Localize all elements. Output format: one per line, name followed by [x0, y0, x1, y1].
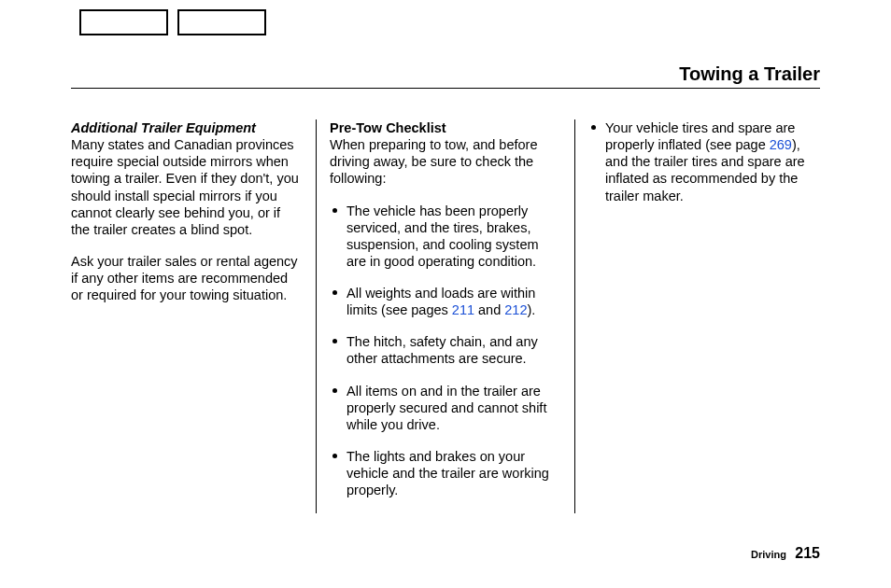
page-title: Towing a Trailer: [679, 63, 820, 85]
page-footer: Driving 215: [751, 545, 820, 562]
subsection-heading: Additional Trailer Equipment: [71, 120, 256, 135]
paragraph: Pre-Tow ChecklistWhen preparing to tow, …: [330, 119, 561, 188]
checklist: Your vehicle tires and spare are properl…: [588, 119, 820, 204]
page-link[interactable]: 269: [770, 137, 792, 152]
body-text: Ask your trailer sales or rental agency …: [71, 253, 303, 303]
text-fragment: and: [474, 302, 504, 317]
page-link[interactable]: 211: [452, 302, 474, 317]
list-item: All items on and in the trailer are prop…: [330, 383, 561, 433]
column-3: Your vehicle tires and spare are properl…: [574, 119, 820, 513]
content-columns: Additional Trailer EquipmentMany states …: [71, 119, 820, 513]
page-link[interactable]: 212: [504, 302, 527, 317]
list-item: The lights and brakes on your vehicle an…: [330, 448, 561, 498]
nav-button-row: [79, 9, 266, 35]
text-fragment: ).: [527, 302, 535, 317]
paragraph: Additional Trailer EquipmentMany states …: [71, 119, 303, 238]
list-item: All weights and loads are within limits …: [330, 285, 561, 318]
list-item: The hitch, safety chain, and any other a…: [330, 333, 561, 367]
body-text: When preparing to tow, and before drivin…: [330, 137, 537, 186]
footer-page-number: 215: [795, 545, 820, 561]
subsection-heading: Pre-Tow Checklist: [330, 120, 446, 135]
text-fragment: Your vehicle tires and spare are properl…: [605, 120, 795, 152]
checklist: The vehicle has been properly serviced, …: [330, 203, 561, 499]
nav-button-next[interactable]: [177, 9, 266, 35]
footer-section: Driving: [751, 549, 786, 560]
list-item: Your vehicle tires and spare are properl…: [588, 119, 820, 204]
nav-button-prev[interactable]: [79, 9, 168, 35]
body-text: Many states and Canadian provinces requi…: [71, 137, 299, 237]
column-1: Additional Trailer EquipmentMany states …: [71, 119, 316, 513]
title-divider: [71, 88, 820, 89]
list-item: The vehicle has been properly serviced, …: [330, 203, 561, 271]
column-2: Pre-Tow ChecklistWhen preparing to tow, …: [316, 119, 574, 513]
